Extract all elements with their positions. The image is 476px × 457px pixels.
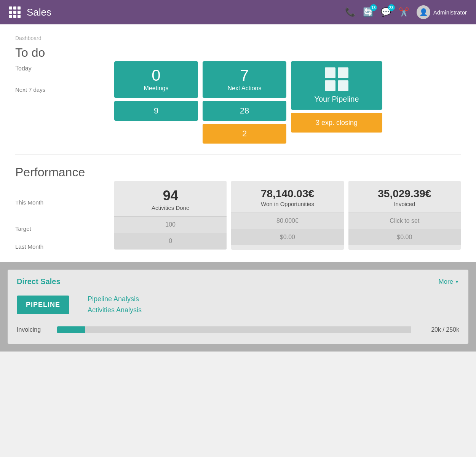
meetings-col: 0 Meetings 9 [114,61,198,144]
perf-cards: 94 Activities Done 100 0 78,140.03€ Won … [114,181,461,250]
analysis-links: Pipeline Analysis Activities Analysis [88,295,142,314]
more-chevron-icon: ▼ [455,279,459,284]
sales-title[interactable]: Direct Sales [17,277,61,286]
activities-target-row: 100 [114,216,227,233]
performance-title: Performance [15,165,461,179]
meetings-today-card[interactable]: 0 Meetings [114,61,198,98]
admin-name: Administrator [433,9,467,16]
main-content: Dashboard To do Today Next 7 days 0 Meet… [0,24,476,262]
next-actions-today-num: 7 [240,67,249,83]
meetings-today-num: 0 [152,67,160,83]
pipeline-label: Your Pipeline [314,95,359,104]
meetings-today-label: Meetings [144,85,169,92]
admin-menu[interactable]: 👤 Administrator [417,5,467,19]
won-top: 78,140.03€ Won in Opportunities [231,181,343,213]
activities-analysis-link[interactable]: Activities Analysis [88,306,142,314]
won-last-val: $0.00 [280,234,295,241]
more-label: More [438,278,453,286]
bottom-section: Direct Sales More ▼ PIPELINE Pipeline An… [0,262,476,352]
next-actions-today-card[interactable]: 7 Next Actions [203,61,286,98]
pipeline-analysis-link[interactable]: Pipeline Analysis [88,295,142,303]
activities-done-card[interactable]: 94 Activities Done 100 0 [114,181,227,250]
header-left: Sales [9,6,51,18]
clock-icon[interactable]: 🔄 13 [363,7,373,17]
invoicing-label: Invoicing [17,326,51,333]
section-divider [15,154,461,155]
pipeline-col: Your Pipeline 3 exp. closing [291,61,382,144]
invoiced-target-val: Click to set [390,217,419,224]
next-actions-7days-num: 28 [240,106,249,116]
invoiced-last-row: $0.00 [348,229,461,245]
won-last-row: $0.00 [231,229,343,245]
todo-labels: Today Next 7 days [15,61,114,93]
won-label: Won in Opportunities [261,201,314,207]
notifications-badge: 23 [388,4,395,11]
won-card[interactable]: 78,140.03€ Won in Opportunities 80.000€ … [231,181,343,250]
activities-last-val: 0 [169,238,172,244]
next-actions-7days-card[interactable]: 28 [203,101,286,121]
sales-card-header: Direct Sales More ▼ [17,277,459,286]
calls-badge: 13 [370,4,377,11]
breadcrumb: Dashboard [15,35,461,41]
admin-avatar: 👤 [417,5,430,19]
activities-last-row: 0 [114,233,227,249]
meetings-7days-num: 9 [154,106,158,116]
next-actions-today-label: Next Actions [228,85,262,92]
last-month-label: Last Month [15,243,114,250]
todo-title: To do [15,46,461,60]
today-label: Today [15,65,107,72]
chat-icon[interactable]: 💬 23 [381,7,391,17]
meetings-7days-card[interactable]: 9 [114,101,198,121]
activities-done-label: Activities Done [152,205,189,211]
invoiced-top: 35,029.39€ Invoiced [348,181,461,213]
invoiced-label: Invoiced [394,201,415,207]
settings-icon[interactable]: ✂️ [399,7,409,17]
activities-target-val: 100 [165,221,176,228]
activities-done-top: 94 Activities Done [114,181,227,216]
invoicing-row: Invoicing 20k / 250k [17,326,459,333]
sales-card: Direct Sales More ▼ PIPELINE Pipeline An… [8,270,468,344]
perf-labels: This Month Target Last Month [15,181,114,250]
invoiced-last-val: $0.00 [397,234,412,241]
todo-section: Today Next 7 days 0 Meetings 9 7 Next Ac… [15,61,461,144]
invoiced-target-row[interactable]: Click to set [348,213,461,229]
pipeline-button[interactable]: PIPELINE [17,296,69,314]
grid-icon[interactable] [9,6,21,18]
exp-closing-label: 3 exp. closing [316,119,358,127]
invoiced-num: 35,029.39€ [378,188,431,200]
app-title: Sales [27,6,51,18]
next-actions-col: 7 Next Actions 28 2 [203,61,286,144]
won-target-val: 80.000€ [276,217,299,224]
invoicing-value: 20k / 250k [417,326,459,333]
next7-label: Next 7 days [15,86,107,93]
target-label: Target [15,225,114,232]
this-month-label: This Month [15,199,114,206]
exp-closing-card[interactable]: 3 exp. closing [291,113,382,133]
invoiced-card[interactable]: 35,029.39€ Invoiced Click to set $0.00 [348,181,461,250]
won-num: 78,140.03€ [261,188,314,200]
phone-icon[interactable]: 📞 [345,7,355,17]
won-target-row: 80.000€ [231,213,343,229]
activities-done-num: 94 [163,188,178,204]
overdue-card[interactable]: 2 [203,124,286,144]
progress-bar-fill [57,326,85,333]
pipeline-grid-icon [325,67,348,91]
pipeline-card[interactable]: Your Pipeline [291,61,382,110]
sales-actions: PIPELINE Pipeline Analysis Activities An… [17,295,459,314]
header-right: 📞 🔄 13 💬 23 ✂️ 👤 Administrator [345,5,467,19]
progress-bar [57,326,411,333]
todo-cards: 0 Meetings 9 7 Next Actions 28 2 [114,61,461,144]
app-header: Sales 📞 🔄 13 💬 23 ✂️ 👤 Administrator [0,0,476,24]
performance-section: This Month Target Last Month 94 Activiti… [15,181,461,250]
more-button[interactable]: More ▼ [438,278,459,286]
overdue-num: 2 [242,129,247,139]
